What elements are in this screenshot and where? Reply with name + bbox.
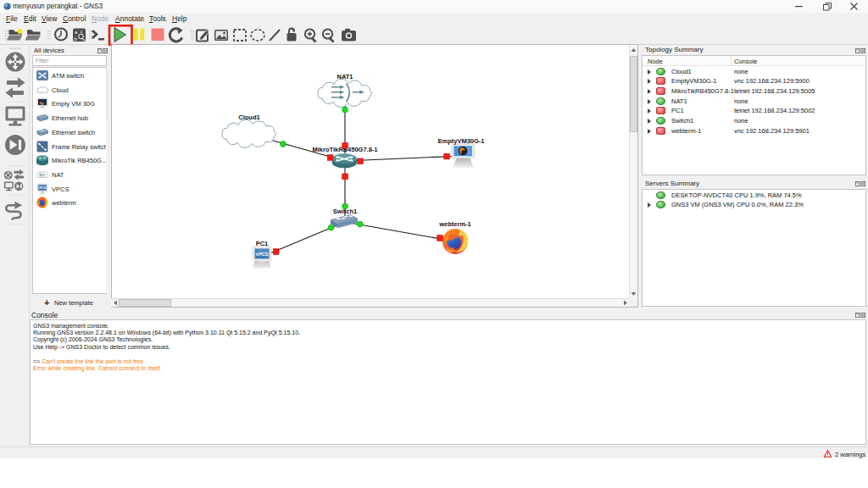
svg-text:PC1: PC1 [256, 240, 269, 247]
svg-text:NAT1: NAT1 [337, 73, 353, 80]
svg-text:Cloud1: Cloud1 [238, 114, 259, 121]
svg-text:webterm-1: webterm-1 [438, 220, 471, 228]
svg-text:EmptyVM30G-1: EmptyVM30G-1 [437, 137, 484, 145]
svg-text:VPCS: VPCS [256, 252, 269, 257]
svg-text:VPCS: VPCS [39, 186, 47, 190]
